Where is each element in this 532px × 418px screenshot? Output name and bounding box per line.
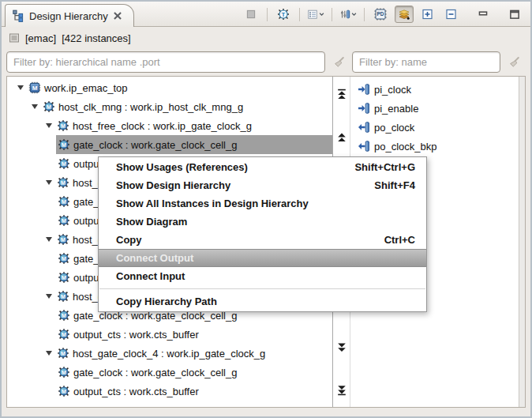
instance-icon	[58, 271, 70, 284]
tree-row[interactable]: work.ip_emac_top	[7, 78, 332, 97]
tree-row[interactable]: host_free_clock : work.ip_gate_clock_g	[7, 116, 332, 135]
port-label: po_clock	[374, 122, 414, 134]
port-row[interactable]: po_clock	[351, 118, 519, 137]
chevron-down-icon[interactable]	[351, 11, 357, 17]
tree-row-content: work.ip_emac_top	[13, 78, 332, 97]
next-marker[interactable]	[336, 342, 347, 353]
close-tab-icon[interactable]	[113, 11, 122, 21]
clear-port-filter-button[interactable]	[505, 54, 523, 71]
maximize-button[interactable]	[505, 6, 524, 23]
instance-icon	[58, 138, 70, 151]
port-row[interactable]: pi_clock	[351, 80, 519, 99]
tree-row[interactable]: host_clk_mng : work.ip_host_clk_mng_g	[7, 97, 332, 116]
instance-icon	[58, 214, 70, 227]
double-up-icon	[336, 132, 347, 143]
instance-icon	[58, 309, 70, 322]
menu-item-label: Copy	[99, 234, 384, 246]
view-list-menu-button[interactable]	[306, 6, 325, 23]
chip-pd-button[interactable]	[371, 6, 390, 23]
view-tab-bar: Design Hierarchy	[2, 2, 530, 27]
menu-item-show-diagram[interactable]: Show Diagram	[99, 213, 426, 231]
indent-spacer	[7, 192, 56, 211]
tree-row-content: host_clk_mng : work.ip_host_clk_mng_g	[28, 97, 332, 116]
tab-design-hierarchy[interactable]: Design Hierarchy	[5, 4, 134, 27]
maximize-icon	[508, 8, 521, 21]
menu-item-connect-output: Connect Output	[99, 249, 426, 267]
layers-toggle-button[interactable]	[395, 6, 414, 23]
menu-item-label: Show Design Hierarchy	[99, 179, 374, 191]
tree-row[interactable]: output_cts : work.cts_buffer	[7, 382, 332, 401]
port-label: pi_enable	[374, 103, 418, 115]
chevron-down-icon[interactable]	[319, 11, 324, 17]
module-icon	[28, 81, 41, 94]
expander-arrow-icon[interactable]	[43, 123, 54, 128]
indent-spacer	[7, 78, 13, 97]
port-row[interactable]: pi_enable	[351, 99, 519, 118]
instance-icon	[58, 157, 70, 170]
menu-item-label: Connect Input	[99, 270, 415, 282]
collapse-all-button[interactable]	[442, 6, 461, 23]
hierarchy-filter-input[interactable]	[6, 51, 325, 73]
expand-all-icon	[421, 8, 434, 21]
tree-row[interactable]: host_gate_clock_4 : work.ip_gate_clock_g	[7, 344, 332, 363]
expander-arrow-icon[interactable]	[43, 294, 54, 299]
indent-spacer	[7, 154, 56, 173]
square-icon	[245, 8, 257, 21]
clear-hierarchy-filter-button[interactable]	[330, 54, 347, 71]
chip-pd-icon	[374, 8, 387, 21]
tree-row[interactable]: gate_clock : work.gate_clock_cell_g	[7, 135, 332, 154]
tree-row[interactable]: gate_clock : work.gate_clock_cell_g	[7, 363, 332, 382]
tree-item-label: host_gate_clock_4 : work.ip_gate_clock_g	[73, 348, 265, 360]
tree-item-label: gate_clock : work.gate_clock_cell_g	[73, 139, 237, 151]
menu-item-show-design-hierarchy[interactable]: Show Design HierarchyShift+F4	[99, 176, 426, 194]
expand-all-button[interactable]	[418, 6, 437, 23]
scroll-bottom-icon	[336, 385, 347, 396]
menu-item-shortcut: Shift+Ctrl+G	[354, 161, 426, 173]
terminate-button	[242, 6, 260, 23]
summary-icon	[9, 32, 20, 43]
minimize-button[interactable]	[474, 6, 493, 23]
scroll-top-marker[interactable]	[336, 88, 347, 100]
chip-t-button[interactable]	[274, 6, 293, 23]
menu-item-copy-hierarchy-path[interactable]: Copy Hierarchy Path	[99, 292, 426, 311]
output-port-icon	[358, 121, 370, 134]
menu-item-label: Show All Instances in Design Hierarchy	[99, 198, 415, 209]
scroll-bottom-marker[interactable]	[336, 385, 347, 396]
tree-item-label: host_clk_mng : work.ip_host_clk_mng_g	[58, 101, 243, 113]
view-header: [emac] [422 instances]	[2, 27, 530, 49]
broom-icon	[508, 56, 520, 69]
expander-arrow-icon[interactable]	[43, 180, 54, 185]
expander-arrow-icon[interactable]	[29, 104, 39, 109]
filter-options-button[interactable]	[339, 6, 358, 23]
tree-row-content: host_gate_clock_4 : work.ip_gate_clock_g	[42, 344, 332, 363]
indent-spacer	[7, 135, 56, 154]
indent-spacer	[7, 116, 42, 135]
expander-arrow-icon[interactable]	[43, 351, 54, 356]
menu-item-show-all-instances-in-design-hierarchy[interactable]: Show All Instances in Design Hierarchy	[99, 194, 426, 213]
toolbar-separator	[267, 8, 268, 21]
menu-item-copy[interactable]: CopyCtrl+C	[99, 231, 426, 249]
previous-marker[interactable]	[336, 132, 347, 143]
tab-label: Design Hierarchy	[29, 10, 108, 22]
port-filter-input[interactable]	[352, 51, 500, 73]
double-down-icon	[336, 342, 347, 353]
instance-icon	[57, 176, 69, 189]
menu-item-connect-input[interactable]: Connect Input	[99, 267, 426, 285]
indent-spacer	[7, 344, 42, 363]
indent-spacer	[7, 173, 42, 192]
instance-icon	[57, 119, 69, 132]
menu-item-shortcut: Ctrl+C	[384, 234, 426, 246]
port-row[interactable]: po_clock_bkp	[351, 137, 519, 156]
input-port-icon	[358, 102, 370, 115]
tree-row-content: output_cts : work.cts_buffer	[56, 325, 332, 344]
expander-arrow-icon[interactable]	[15, 85, 25, 90]
menu-item-shortcut: Shift+F4	[374, 179, 426, 191]
tree-row[interactable]: output_cts : work.cts_buffer	[7, 325, 332, 344]
indent-spacer	[7, 306, 56, 325]
indent-spacer	[7, 211, 56, 230]
indent-spacer	[7, 287, 42, 306]
expander-arrow-icon[interactable]	[43, 237, 54, 242]
right-scroll-strip[interactable]	[519, 77, 525, 407]
filter-row	[2, 49, 530, 76]
menu-item-show-usages-references[interactable]: Show Usages (References)Shift+Ctrl+G	[99, 158, 426, 176]
